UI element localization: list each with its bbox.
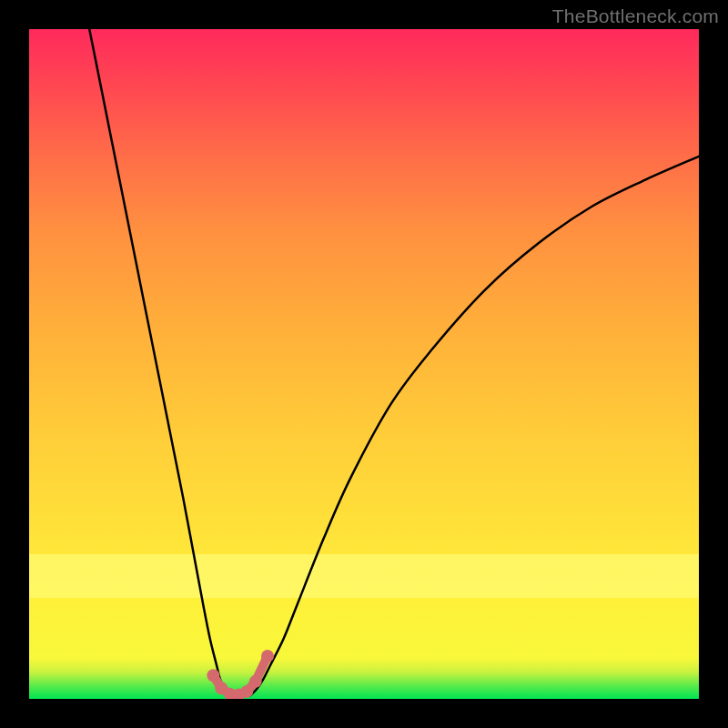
watermark-text: TheBottleneck.com bbox=[552, 5, 719, 27]
marker-layer bbox=[207, 650, 274, 699]
chart-frame: TheBottleneck.com bbox=[0, 0, 728, 728]
curve-left bbox=[89, 29, 233, 695]
marker-point bbox=[240, 685, 253, 698]
marker-point bbox=[207, 669, 219, 682]
marker-point bbox=[261, 650, 274, 662]
curve-layer bbox=[89, 29, 699, 695]
curve-right bbox=[250, 157, 699, 695]
marker-point bbox=[249, 675, 262, 688]
chart-plot-area bbox=[29, 29, 699, 699]
